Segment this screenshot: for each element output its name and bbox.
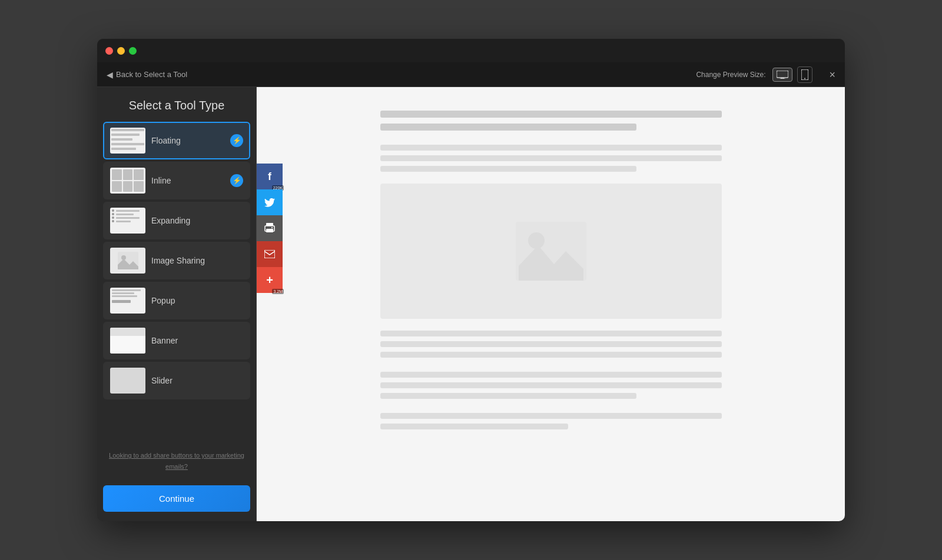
tool-item-popup[interactable]: Popup xyxy=(103,282,250,319)
svg-rect-9 xyxy=(266,229,273,232)
tool-item-inline[interactable]: Inline ⚡ xyxy=(103,162,250,199)
svg-rect-2 xyxy=(780,78,785,79)
svg-rect-10 xyxy=(271,227,273,228)
tool-name-inline: Inline xyxy=(151,176,224,185)
print-icon xyxy=(264,223,275,234)
tool-list: Floating ⚡ xyxy=(97,122,256,442)
tool-thumbnail-expanding xyxy=(110,208,145,234)
close-traffic-light[interactable] xyxy=(105,47,113,55)
tool-item-slider[interactable]: Slider xyxy=(103,362,250,399)
continue-button[interactable]: Continue xyxy=(103,485,250,512)
close-window-button[interactable]: × xyxy=(829,69,835,80)
tool-name-banner: Banner xyxy=(151,336,243,345)
tool-badge-inline: ⚡ xyxy=(230,174,243,187)
image-placeholder xyxy=(380,184,722,319)
back-button-label: Back to Select a Tool xyxy=(116,70,187,79)
tool-thumbnail-image-sharing xyxy=(110,248,145,274)
text-block-2 xyxy=(380,331,722,429)
toolbar: ◀ Back to Select a Tool Change Preview S… xyxy=(97,62,845,87)
back-button[interactable]: ◀ Back to Select a Tool xyxy=(107,70,187,79)
mobile-preview-button[interactable] xyxy=(797,66,812,83)
plus-share-button[interactable]: + 3.2M xyxy=(257,267,283,293)
preview-area: f 220K xyxy=(257,87,845,521)
facebook-share-button[interactable]: f 220K xyxy=(257,164,283,189)
twitter-icon xyxy=(264,198,275,207)
tool-name-floating: Floating xyxy=(151,136,224,145)
toolbar-right: Change Preview Size: xyxy=(696,66,835,83)
twitter-share-button[interactable] xyxy=(257,189,283,215)
desktop-icon xyxy=(777,71,788,79)
tool-item-expanding[interactable]: Expanding xyxy=(103,202,250,239)
svg-rect-11 xyxy=(264,250,275,258)
main-area: Select a Tool Type xyxy=(97,87,845,521)
facebook-icon: f xyxy=(268,171,271,183)
sidebar: Select a Tool Type xyxy=(97,87,256,521)
svg-rect-0 xyxy=(777,71,788,78)
sidebar-title: Select a Tool Type xyxy=(97,99,256,112)
window-content: ◀ Back to Select a Tool Change Preview S… xyxy=(97,62,845,521)
email-share-button[interactable] xyxy=(257,241,283,267)
tool-name-image-sharing: Image Sharing xyxy=(151,256,243,265)
back-arrow-icon: ◀ xyxy=(107,70,113,79)
tool-thumbnail-slider xyxy=(110,368,145,394)
preview-size-label: Change Preview Size: xyxy=(696,71,765,79)
tool-thumbnail-banner xyxy=(110,328,145,354)
tool-item-image-sharing[interactable]: Image Sharing xyxy=(103,242,250,279)
print-share-button[interactable] xyxy=(257,215,283,241)
svg-point-4 xyxy=(804,78,805,79)
email-icon xyxy=(264,250,275,258)
maximize-traffic-light[interactable] xyxy=(129,47,137,55)
tool-badge-floating: ⚡ xyxy=(230,134,243,147)
app-window: ◀ Back to Select a Tool Change Preview S… xyxy=(97,39,845,521)
mobile-icon xyxy=(801,69,808,80)
tool-thumbnail-floating xyxy=(110,128,145,154)
tool-thumbnail-popup xyxy=(110,288,145,314)
heading-placeholder xyxy=(380,111,722,131)
email-link[interactable]: Looking to add share buttons to your mar… xyxy=(109,452,244,469)
tool-name-slider: Slider xyxy=(151,376,243,385)
tool-name-expanding: Expanding xyxy=(151,216,243,225)
text-block-1 xyxy=(380,145,722,172)
preview-icons xyxy=(772,66,812,83)
tool-name-popup: Popup xyxy=(151,296,243,305)
plus-icon: + xyxy=(266,274,273,287)
tool-thumbnail-inline xyxy=(110,168,145,194)
tool-item-floating[interactable]: Floating ⚡ xyxy=(103,122,250,159)
preview-content xyxy=(363,87,739,521)
plus-count: 3.2M xyxy=(272,289,284,294)
titlebar xyxy=(97,39,845,62)
traffic-lights xyxy=(105,47,137,55)
minimize-traffic-light[interactable] xyxy=(117,47,125,55)
sidebar-footer: Looking to add share buttons to your mar… xyxy=(97,442,256,481)
tool-item-banner[interactable]: Banner xyxy=(103,322,250,359)
desktop-preview-button[interactable] xyxy=(772,68,792,82)
floating-share-buttons: f 220K xyxy=(257,164,283,293)
preview-image-icon xyxy=(516,222,586,281)
image-placeholder-icon xyxy=(118,252,138,269)
svg-point-13 xyxy=(528,232,545,249)
